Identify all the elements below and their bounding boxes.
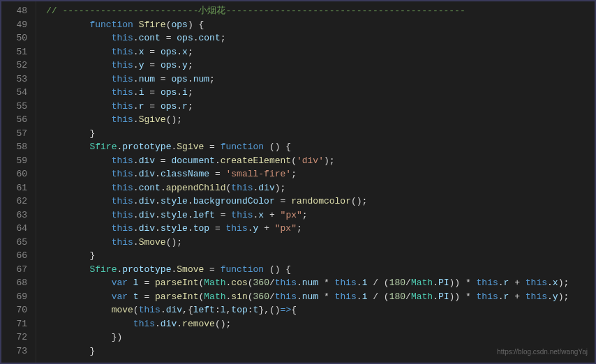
code-line: var t = parseInt(Math.sin(360/this.num *… bbox=[46, 290, 595, 304]
code-line: this.cont.appendChild(this.div); bbox=[46, 181, 595, 195]
code-line: this.i = ops.i; bbox=[46, 86, 595, 100]
line-number: 72 bbox=[7, 331, 27, 344]
code-line: this.div.style.backgroundColor = randomc… bbox=[46, 195, 595, 208]
line-number: 65 bbox=[7, 236, 27, 250]
line-number: 68 bbox=[7, 276, 27, 290]
line-number: 60 bbox=[7, 167, 27, 181]
code-line: this.div.remove(); bbox=[46, 317, 595, 331]
code-line: // -------------------------小烟花---------… bbox=[46, 4, 595, 18]
code-content[interactable]: // -------------------------小烟花---------… bbox=[36, 1, 595, 363]
code-line: function Sfire(ops) { bbox=[46, 18, 595, 32]
line-number: 62 bbox=[7, 195, 27, 208]
line-number: 57 bbox=[7, 127, 27, 141]
line-number: 48 bbox=[7, 4, 27, 18]
line-number: 67 bbox=[7, 263, 27, 277]
line-number: 56 bbox=[7, 113, 27, 127]
line-number: 49 bbox=[7, 18, 27, 32]
line-number: 66 bbox=[7, 249, 27, 263]
line-number: 51 bbox=[7, 45, 27, 59]
line-number: 53 bbox=[7, 73, 27, 86]
code-line: Sfire.prototype.Smove = function () { bbox=[46, 263, 595, 277]
line-number: 61 bbox=[7, 181, 27, 195]
line-number: 70 bbox=[7, 303, 27, 317]
line-number-gutter: 4849505152535455565758596061626364656667… bbox=[1, 1, 36, 363]
code-line: move(this.div,{left:l,top:t},()=>{ bbox=[46, 303, 595, 317]
code-line: }) bbox=[46, 331, 595, 344]
line-number: 63 bbox=[7, 208, 27, 222]
line-number: 52 bbox=[7, 59, 27, 73]
code-line: } bbox=[46, 127, 595, 141]
code-line: this.Smove(); bbox=[46, 236, 595, 250]
code-line: this.r = ops.r; bbox=[46, 100, 595, 114]
line-number: 69 bbox=[7, 290, 27, 304]
code-editor: 4849505152535455565758596061626364656667… bbox=[1, 1, 595, 363]
code-line: this.div = document.createElement('div')… bbox=[46, 154, 595, 168]
code-line: var l = parseInt(Math.cos(360/this.num *… bbox=[46, 276, 595, 290]
line-number: 73 bbox=[7, 344, 27, 358]
line-number: 71 bbox=[7, 317, 27, 331]
code-line: this.Sgive(); bbox=[46, 113, 595, 127]
line-number: 59 bbox=[7, 154, 27, 168]
line-number: 64 bbox=[7, 222, 27, 236]
line-number: 50 bbox=[7, 31, 27, 45]
code-line: this.x = ops.x; bbox=[46, 45, 595, 59]
watermark-text: https://blog.csdn.net/wangYaj bbox=[497, 345, 588, 359]
line-number: 58 bbox=[7, 140, 27, 154]
code-line: this.y = ops.y; bbox=[46, 59, 595, 73]
code-line: this.div.style.top = this.y + "px"; bbox=[46, 222, 595, 236]
code-line: this.num = ops.num; bbox=[46, 73, 595, 86]
line-number: 55 bbox=[7, 100, 27, 114]
code-line: this.div.style.left = this.x + "px"; bbox=[46, 208, 595, 222]
code-line: Sfire.prototype.Sgive = function () { bbox=[46, 140, 595, 154]
code-line: this.div.className = 'small-fire'; bbox=[46, 167, 595, 181]
code-line: this.cont = ops.cont; bbox=[46, 31, 595, 45]
code-line: } bbox=[46, 249, 595, 263]
line-number: 54 bbox=[7, 86, 27, 100]
